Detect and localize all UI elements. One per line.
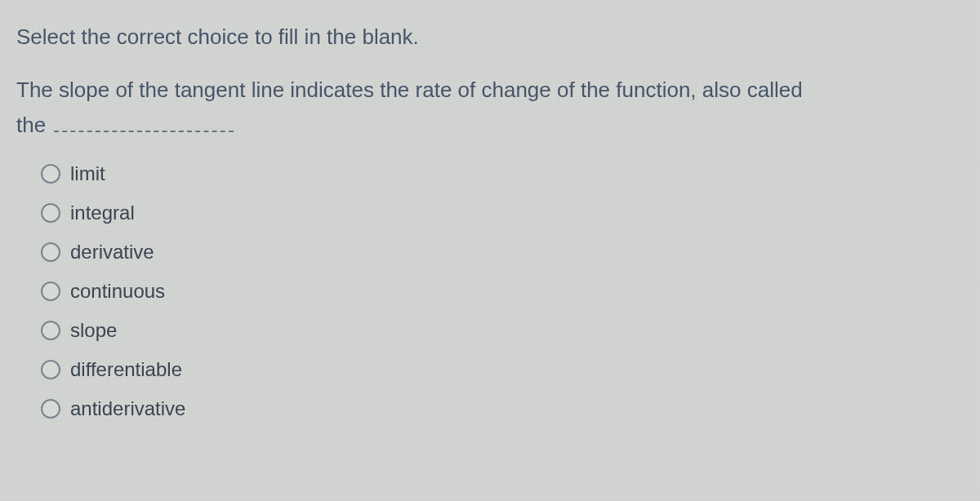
instruction-text: Select the correct choice to fill in the…: [16, 24, 964, 50]
question-line2: the: [16, 113, 964, 138]
radio-icon: [41, 321, 60, 340]
radio-icon: [41, 203, 60, 223]
fill-blank: [54, 116, 234, 132]
radio-icon: [41, 164, 60, 184]
radio-icon: [41, 360, 60, 379]
radio-icon: [41, 399, 60, 419]
option-label: integral: [70, 202, 135, 224]
option-label: limit: [70, 162, 105, 185]
question-text-line1: The slope of the tangent line indicates …: [16, 74, 964, 106]
radio-icon: [41, 282, 60, 301]
option-integral[interactable]: integral: [41, 202, 964, 224]
option-limit[interactable]: limit: [41, 162, 964, 185]
option-label: antiderivative: [70, 397, 185, 420]
option-label: continuous: [70, 280, 165, 303]
option-label: differentiable: [70, 358, 182, 381]
option-antiderivative[interactable]: antiderivative: [41, 397, 964, 420]
option-slope[interactable]: slope: [41, 319, 964, 342]
option-label: slope: [70, 319, 117, 342]
options-list: limit integral derivative continuous slo…: [16, 162, 964, 420]
option-derivative[interactable]: derivative: [41, 241, 964, 264]
question-prefix: the: [16, 113, 46, 138]
option-label: derivative: [70, 241, 154, 264]
option-continuous[interactable]: continuous: [41, 280, 964, 303]
radio-icon: [41, 242, 60, 262]
option-differentiable[interactable]: differentiable: [41, 358, 964, 381]
